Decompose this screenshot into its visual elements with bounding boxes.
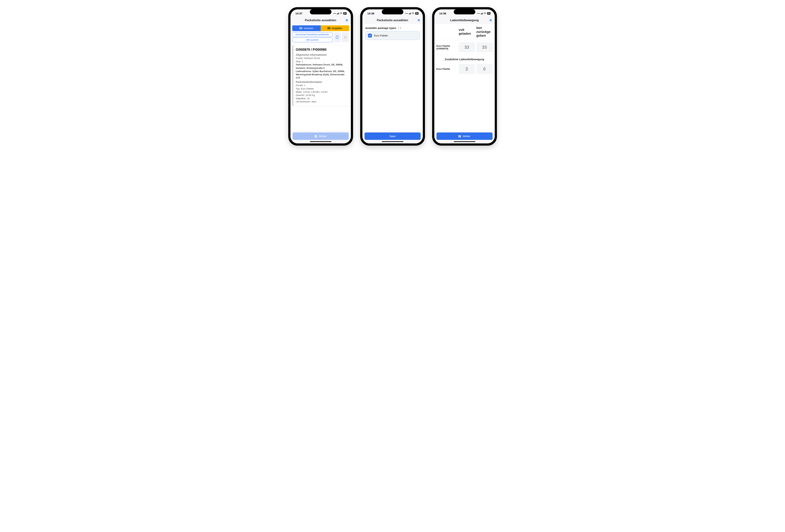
svg-rect-4 (301, 27, 302, 29)
package-card[interactable]: O/000879 / P/000980 Allgemeine Informati… (292, 45, 349, 106)
notch (382, 9, 403, 15)
lad-additional-row: Euro Palette 2 0 (434, 62, 495, 76)
svg-rect-12 (330, 27, 330, 29)
svg-rect-8 (328, 27, 328, 29)
barcode-icon (299, 27, 302, 29)
pkg-heading: Packstückinformation (296, 81, 346, 83)
page-title: Packstücke auswählen (305, 19, 336, 22)
signal-dots-icon (477, 13, 480, 14)
wifi-icon (340, 12, 343, 15)
enter-tab[interactable]: eingeben (321, 25, 349, 31)
stackable-line: Stapelbar: Ja (296, 97, 346, 100)
additional-heading: Zusätzliche Lademittelbewegung (434, 55, 495, 62)
page-title: Packstücke auswählen (377, 19, 408, 22)
svg-point-18 (344, 38, 345, 38)
lad-row: Euro Palette (O/000879) 33 33 (434, 40, 495, 55)
scan-tab[interactable]: scannen (292, 25, 321, 31)
wifi-icon (484, 12, 486, 15)
page-title: Lademittelbewegung (450, 19, 479, 22)
filter-col: Gescannte Packstücke ausblenden Alle sca… (292, 32, 332, 42)
continue-button[interactable]: Weiter (436, 132, 492, 140)
close-button[interactable]: ✕ (489, 18, 492, 23)
notch (454, 9, 475, 15)
list-view-button[interactable] (342, 32, 349, 42)
barcode-icon (328, 27, 330, 29)
document-view-button[interactable] (334, 32, 341, 42)
segment-row: scannen eingeben (290, 24, 351, 32)
save-icon (458, 135, 461, 138)
svg-rect-9 (328, 27, 329, 29)
dims-line: Maße: 120,0L x 80,0B x 14,4H (296, 90, 346, 94)
lad-row-label: Euro Palette (O/000879) (436, 45, 457, 50)
count-line: Anzahl: 1 (296, 84, 346, 87)
close-button[interactable]: ✕ (417, 18, 420, 23)
lad-add-loaded-input[interactable]: 2 (459, 64, 475, 74)
svg-point-14 (344, 36, 345, 36)
weight-line: Gewicht: 18,00 Kg (296, 94, 346, 97)
save-icon (314, 135, 318, 138)
content: scannen eingeben Gescannte Packstücke au… (290, 24, 351, 131)
hide-scanned-button[interactable]: Gescannte Packstücke ausblenden (292, 32, 332, 37)
svg-point-16 (344, 37, 345, 37)
col-loaded: voll geladen (459, 28, 475, 36)
home-indicator[interactable] (310, 141, 331, 142)
continue-button[interactable]: Weiter (293, 132, 349, 140)
close-button[interactable]: ✕ (345, 18, 348, 23)
home-indicator[interactable] (382, 141, 403, 142)
content: voll geladen leer zurückge geben Euro Pa… (434, 24, 495, 131)
signal-dots-icon (405, 13, 408, 14)
battery-icon: 85 (343, 12, 346, 15)
phone-2: 14:38 84 Packstücke auswählen ✕ Availabl… (360, 7, 425, 145)
phone-3: 14:38 84 Lademittelbewegung ✕ voll gelad… (432, 7, 497, 145)
lad-header-row: voll geladen leer zurückge geben (434, 24, 495, 40)
wifi-icon (412, 12, 414, 15)
svg-rect-11 (329, 27, 330, 29)
col-returned: leer zurückge geben (476, 26, 492, 38)
status-right: 84 (477, 12, 490, 15)
signal-bars-icon (481, 12, 483, 15)
header: Lademittelbewegung ✕ (434, 17, 495, 24)
phone-1: 14:37 85 Packstücke auswählen ✕ scannen (288, 7, 353, 145)
signal-bars-icon (409, 12, 411, 15)
battery-icon: 84 (415, 12, 418, 15)
pkg-types-label: Available package types (365, 26, 396, 29)
general-heading: Allgemeine Informationen (296, 53, 346, 56)
scan-all-button[interactable]: Alle scannen (292, 37, 332, 42)
status-right: 85 (333, 12, 346, 15)
lad-add-returned-input[interactable]: 0 (476, 64, 492, 74)
header: Packstücke auswählen ✕ (362, 17, 423, 24)
svg-rect-1 (300, 27, 300, 29)
pkg-type-item[interactable]: Euro Palette (365, 31, 420, 40)
continue-label: Weiter (319, 135, 327, 138)
lad-loaded-input[interactable]: 33 (459, 42, 475, 52)
pkg-types-heading: Available package types | 1 (362, 24, 423, 31)
save-label: Save (389, 135, 396, 138)
card-title: O/000879 / P/000980 (296, 48, 346, 52)
status-right: 84 (405, 12, 418, 15)
svg-rect-5 (302, 27, 302, 29)
svg-rect-7 (328, 27, 328, 29)
signal-dots-icon (333, 13, 336, 14)
lad-returned-input[interactable]: 33 (476, 42, 492, 52)
status-time: 14:38 (368, 12, 374, 15)
svg-rect-2 (300, 27, 301, 29)
document-icon (336, 35, 339, 39)
list-icon (344, 36, 347, 38)
svg-rect-0 (299, 27, 300, 29)
screen-1: 14:37 85 Packstücke auswählen ✕ scannen (290, 9, 351, 143)
lad-add-row-label: Euro Palette (436, 68, 457, 70)
delivery-line: Lieferadresse: Sylter Buchdruck, DE, 259… (296, 70, 346, 80)
home-indicator[interactable] (454, 141, 475, 142)
save-button[interactable]: Save (364, 132, 421, 140)
screen-2: 14:38 84 Packstücke auswählen ✕ Availabl… (362, 9, 423, 143)
check-icon (369, 35, 371, 36)
checkbox-checked[interactable] (368, 34, 372, 37)
pickup-line: Abholadresse: Hofmann Druck, DE, 59846, … (296, 63, 346, 70)
pkg-types-count: | 1 (397, 26, 402, 29)
stop-line: Stop: 1 (296, 60, 346, 63)
svg-rect-6 (302, 27, 302, 29)
continue-label: Weiter (463, 135, 471, 138)
enter-tab-label: eingeben (332, 27, 342, 30)
pkg-type-label: Euro Palette (374, 34, 388, 37)
customer-line: Kunde: Hofmann Druck (296, 57, 346, 60)
